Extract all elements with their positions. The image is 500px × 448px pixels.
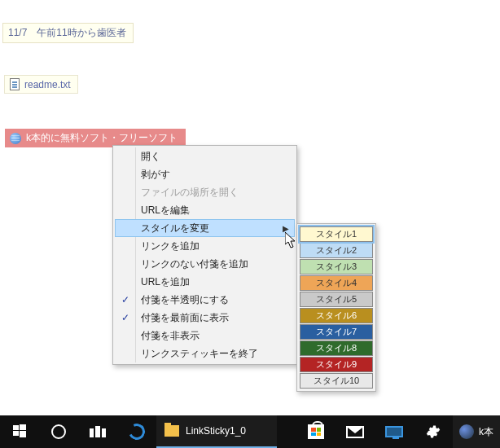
menu-item-label: 付箋を非表示 (141, 329, 200, 343)
sticky-note-text: 11/7 午前11時から歯医者 (8, 26, 126, 40)
style-swatch-label: スタイル5 (316, 293, 357, 305)
style-swatch-2[interactable]: スタイル2 (300, 243, 373, 258)
style-swatch-9[interactable]: スタイル9 (300, 357, 373, 372)
menu-item-label: URLを編集 (141, 204, 190, 217)
menu-item-open-file-location: ファイルの場所を開く (115, 183, 295, 201)
menu-item-label: 付箋を最前面に表示 (141, 311, 229, 325)
menu-item-label: 開く (141, 150, 160, 164)
style-swatch-5[interactable]: スタイル5 (300, 292, 373, 307)
style-swatch-10[interactable]: スタイル10 (300, 373, 373, 389)
text-file-icon (10, 78, 20, 90)
mail-icon (346, 426, 364, 438)
menu-item-change-style[interactable]: スタイルを変更 ▶ (115, 219, 295, 237)
check-icon: ✓ (120, 294, 131, 305)
style-submenu: スタイル1スタイル2スタイル3スタイル4スタイル5スタイル6スタイル7スタイル8… (296, 223, 376, 392)
menu-item-hide-sticky[interactable]: 付箋を非表示 (115, 327, 295, 345)
menu-item-exit[interactable]: リンクスティッキーを終了 (115, 345, 295, 362)
settings-button[interactable] (414, 415, 453, 448)
taskbar-app-linksticky[interactable]: k本 (453, 415, 500, 448)
menu-item-always-on-top[interactable]: ✓ 付箋を最前面に表示 (115, 309, 295, 327)
menu-item-label: リンクのない付箋を追加 (141, 257, 248, 271)
cortana-circle-icon (51, 424, 66, 439)
store-button[interactable] (296, 415, 336, 448)
style-swatch-1[interactable]: スタイル1 (300, 226, 373, 242)
style-swatch-8[interactable]: スタイル8 (300, 340, 373, 356)
svg-rect-1 (13, 425, 19, 430)
style-swatch-label: スタイル10 (314, 375, 359, 387)
menu-item-label: 剥がす (141, 168, 170, 182)
style-swatch-label: スタイル9 (316, 358, 357, 371)
taskbar-explorer-task[interactable]: LinkSticky1_0 (156, 415, 277, 448)
svg-rect-2 (20, 424, 26, 430)
submenu-arrow-icon: ▶ (283, 224, 289, 233)
menu-item-add-url[interactable]: URLを追加 (115, 273, 295, 291)
taskbar: LinkSticky1_0 k本 (0, 415, 500, 448)
menu-item-edit-url[interactable]: URLを編集 (115, 201, 295, 219)
menu-item-label: 付箋を半透明にする (141, 293, 229, 307)
store-icon (308, 424, 324, 439)
menu-item-add-sticky-no-link[interactable]: リンクのない付箋を追加 (115, 255, 295, 273)
menu-item-label: ファイルの場所を開く (141, 186, 239, 200)
sticky-link-label: k本的に無料ソフト・フリーソフト (26, 131, 178, 145)
taskbar-spacer (277, 415, 296, 448)
check-icon: ✓ (120, 312, 131, 323)
style-swatch-label: スタイル8 (316, 342, 357, 354)
menu-item-label: リンクスティッキーを終了 (141, 347, 258, 361)
folder-icon (164, 425, 179, 437)
menu-item-label: リンクを追加 (141, 239, 200, 253)
style-swatch-3[interactable]: スタイル3 (300, 259, 373, 275)
taskbar-app-label: k本 (479, 425, 493, 439)
monitor-icon (385, 426, 403, 437)
style-swatch-4[interactable]: スタイル4 (300, 275, 373, 291)
style-swatch-7[interactable]: スタイル7 (300, 324, 373, 340)
style-swatch-label: スタイル4 (316, 277, 357, 289)
style-swatch-6[interactable]: スタイル6 (300, 308, 373, 323)
gear-icon (426, 424, 441, 439)
windows-logo-icon (13, 424, 26, 440)
globe-icon (10, 133, 21, 144)
task-view-icon (90, 426, 106, 437)
style-swatch-label: スタイル2 (316, 244, 357, 257)
menu-item-label: URLを追加 (141, 275, 190, 289)
edge-icon (126, 421, 147, 442)
context-menu: 開く 剥がす ファイルの場所を開く URLを編集 スタイルを変更 ▶ リンクを追… (112, 145, 297, 365)
sticky-note-appointment[interactable]: 11/7 午前11時から歯医者 (2, 23, 134, 43)
style-swatch-label: スタイル6 (316, 310, 357, 322)
style-swatch-label: スタイル1 (316, 228, 357, 240)
menu-item-label: スタイルを変更 (141, 222, 209, 235)
style-swatch-label: スタイル7 (316, 326, 357, 338)
svg-rect-4 (20, 431, 26, 437)
svg-rect-3 (13, 431, 19, 436)
menu-item-peel[interactable]: 剥がす (115, 165, 295, 183)
start-button[interactable] (0, 415, 39, 448)
menu-item-add-link[interactable]: リンクを追加 (115, 237, 295, 255)
display-button[interactable] (375, 415, 414, 448)
edge-button[interactable] (117, 415, 156, 448)
sticky-file-label: readme.txt (24, 79, 71, 90)
menu-item-open[interactable]: 開く (115, 147, 295, 165)
explorer-task-label: LinkSticky1_0 (186, 425, 246, 437)
style-swatch-label: スタイル3 (316, 261, 357, 273)
mail-button[interactable] (336, 415, 375, 448)
sticky-note-file[interactable]: readme.txt (4, 75, 78, 94)
menu-item-translucent[interactable]: ✓ 付箋を半透明にする (115, 291, 295, 309)
cortana-button[interactable] (39, 415, 78, 448)
app-orb-icon (459, 424, 474, 439)
task-view-button[interactable] (78, 415, 117, 448)
